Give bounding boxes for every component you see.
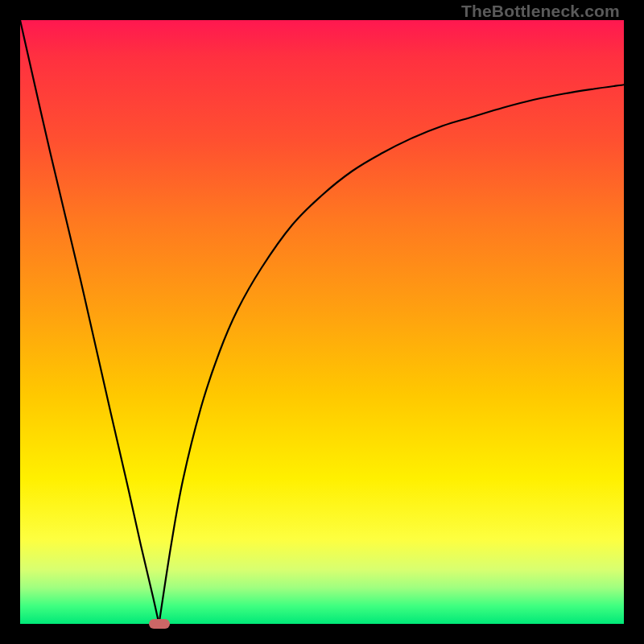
curve-right [159, 85, 625, 624]
watermark: TheBottleneck.com [461, 2, 620, 21]
bottleneck-marker [149, 619, 170, 629]
curve-left [20, 20, 159, 624]
curve-layer [20, 20, 624, 624]
chart-frame [20, 20, 624, 624]
